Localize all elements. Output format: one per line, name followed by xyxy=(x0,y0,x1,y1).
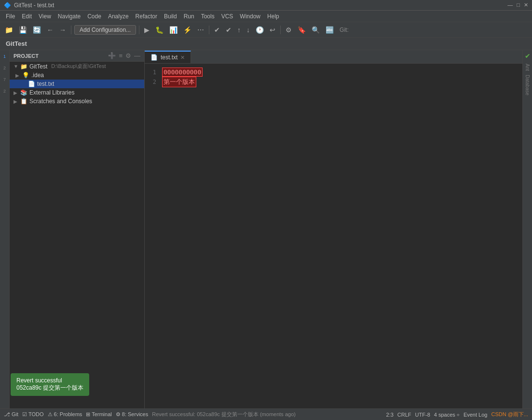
sidebar-minimize-icon[interactable]: — xyxy=(134,52,140,59)
toolbar-push-icon[interactable]: ↑ xyxy=(235,25,243,35)
toolbar-back-icon[interactable]: ← xyxy=(45,25,55,35)
menu-bar: File Edit View Navigate Code Analyze Ref… xyxy=(0,11,532,22)
menu-analyze[interactable]: Analyze xyxy=(105,12,132,21)
tree-arrow-extlibs: ▶ xyxy=(14,90,18,95)
toolbar-translate-icon[interactable]: 🔤 xyxy=(324,25,336,35)
git-label: Git: xyxy=(340,27,349,33)
status-eventlog[interactable]: Event Log xyxy=(464,412,488,418)
menu-tools[interactable]: Tools xyxy=(198,12,218,21)
tree-label-idea: .idea xyxy=(31,72,44,79)
title-bar-left: 🔷 GitTest - test.txt xyxy=(4,2,54,9)
toolbar-profile-icon[interactable]: ⚡ xyxy=(181,25,193,35)
status-git[interactable]: ⎇ Git xyxy=(4,411,18,418)
status-notif-line2: 052ca89c 提交第一个版本 xyxy=(16,384,83,392)
sidebar-header: Project ➕ ≡ ⚙ — xyxy=(10,50,144,62)
toolbar-bookmark-icon[interactable]: 🔖 xyxy=(296,25,308,35)
status-services[interactable]: ⚙ 8: Services xyxy=(116,411,148,418)
menu-run[interactable]: Run xyxy=(181,12,197,21)
menu-vcs[interactable]: VCS xyxy=(218,12,236,21)
line-content-1: 0000000000 xyxy=(162,68,203,77)
editor-line-1: 1 0000000000 xyxy=(145,68,522,77)
toolbar-forward-icon[interactable]: → xyxy=(57,25,68,35)
tab-label-testtxt: test.txt xyxy=(161,54,177,61)
app-icon: 🔷 xyxy=(4,2,11,9)
toolbar-coverage-icon[interactable]: 📊 xyxy=(167,25,179,35)
tab-close-testtxt[interactable]: ✕ xyxy=(180,54,185,61)
status-notif-line1: Revert successful xyxy=(16,377,83,384)
menu-window[interactable]: Window xyxy=(237,12,263,21)
tab-file-icon: 📄 xyxy=(150,54,158,61)
menu-build[interactable]: Build xyxy=(161,12,180,21)
activity-commit-icon[interactable]: 2 xyxy=(2,64,7,72)
tree-item-gittest[interactable]: ▼ 📁 GitTest D:\Backup\桌面\GitTest xyxy=(10,62,144,71)
status-problems[interactable]: ⚠ 6: Problems xyxy=(48,411,82,418)
toolbar-revert-icon[interactable]: ↩ xyxy=(268,25,277,35)
folder-icon-extlibs: 📚 xyxy=(20,89,27,96)
status-encoding[interactable]: UTF-8 xyxy=(415,412,430,418)
title-bar-title: GitTest - test.txt xyxy=(14,2,54,9)
tab-testtxt[interactable]: 📄 test.txt ✕ xyxy=(145,51,191,63)
editor-line-2: 2 第一个版本 xyxy=(145,77,522,87)
line-number-2: 2 xyxy=(145,79,162,85)
toolbar-debug-icon[interactable]: 🐛 xyxy=(153,25,165,35)
status-terminal[interactable]: ⊞ Terminal xyxy=(86,411,111,418)
add-configuration-button[interactable]: Add Configuration... xyxy=(74,25,136,35)
folder-icon-scratches: 📋 xyxy=(20,98,27,105)
menu-help[interactable]: Help xyxy=(264,12,282,21)
title-bar-controls[interactable]: — □ ✕ xyxy=(507,2,528,8)
toolbar-run-icon[interactable]: ▶ xyxy=(142,25,151,35)
tree-label-extlibs: External Libraries xyxy=(29,89,74,96)
tree-item-testtxt[interactable]: 📄 test.txt xyxy=(10,80,144,88)
activity-favorites-icon[interactable]: 2 xyxy=(2,87,7,95)
activity-project-icon[interactable]: 1 xyxy=(2,52,7,61)
status-csdn: CSDN @雨下... xyxy=(491,411,528,418)
menu-view[interactable]: View xyxy=(36,12,54,21)
status-position[interactable]: 2:3 xyxy=(386,412,394,418)
status-notification: Revert successful 052ca89c 提交第一个版本 xyxy=(11,373,89,396)
tree-item-extlibs[interactable]: ▶ 📚 External Libraries xyxy=(10,88,144,97)
menu-file[interactable]: File xyxy=(3,12,18,21)
minimize-button[interactable]: — xyxy=(507,2,513,8)
toolbar-commit-icon[interactable]: ✔ xyxy=(224,25,233,35)
toolbar-settings-icon[interactable]: ⚙ xyxy=(284,25,294,35)
toolbar-pull-icon[interactable]: ↓ xyxy=(245,25,252,35)
status-crlf[interactable]: CRLF xyxy=(397,412,411,418)
tree-item-idea[interactable]: ▶ 💡 .idea xyxy=(10,71,144,80)
sidebar-collapse-icon[interactable]: ≡ xyxy=(119,52,123,59)
toolbar-project-icon[interactable]: 📁 xyxy=(3,25,15,35)
tree-arrow-idea: ▶ xyxy=(15,73,20,78)
app-title-bar: GitTest xyxy=(0,38,532,50)
sidebar-title: Project xyxy=(14,53,39,59)
toolbar-search-icon[interactable]: 🔍 xyxy=(310,25,322,35)
ant-label[interactable]: Ant xyxy=(525,64,530,71)
menu-edit[interactable]: Edit xyxy=(19,12,35,21)
database-label[interactable]: Database xyxy=(525,75,530,95)
status-indent[interactable]: 4 spaces ÷ xyxy=(434,412,460,418)
maximize-button[interactable]: □ xyxy=(517,2,520,8)
menu-navigate[interactable]: Navigate xyxy=(55,12,83,21)
tree-path-gittest: D:\Backup\桌面\GitTest xyxy=(51,63,106,70)
tree-item-scratches[interactable]: ▶ 📋 Scratches and Consoles xyxy=(10,97,144,106)
sidebar-add-icon[interactable]: ➕ xyxy=(108,52,116,59)
title-bar: 🔷 GitTest - test.txt — □ ✕ xyxy=(0,0,532,11)
tree-label-testtxt: test.txt xyxy=(37,81,54,87)
toolbar-git-icon[interactable]: ✔ xyxy=(212,25,222,35)
toolbar-history-icon[interactable]: 🕐 xyxy=(254,25,266,35)
close-button[interactable]: ✕ xyxy=(524,2,528,8)
menu-code[interactable]: Code xyxy=(84,12,104,21)
tab-bar: 📄 test.txt ✕ xyxy=(145,50,522,64)
idea-icon: 💡 xyxy=(22,72,29,79)
editor-content[interactable]: 1 0000000000 2 第一个版本 xyxy=(145,64,522,408)
tree-label-gittest: GitTest xyxy=(29,63,47,70)
toolbar: 📁 💾 🔄 ← → Add Configuration... ▶ 🐛 📊 ⚡ ⋯… xyxy=(0,22,532,38)
status-todo[interactable]: ☑ TODO xyxy=(22,411,43,418)
toolbar-save-icon[interactable]: 💾 xyxy=(17,25,29,35)
toolbar-more-icon[interactable]: ⋯ xyxy=(195,25,206,35)
activity-structure-icon[interactable]: 7 xyxy=(2,75,7,84)
sidebar-settings-icon[interactable]: ⚙ xyxy=(125,52,131,59)
editor-area: 📄 test.txt ✕ 1 0000000000 2 第一个版本 xyxy=(145,50,522,408)
toolbar-sep2 xyxy=(139,26,139,34)
tree-arrow-gittest: ▼ xyxy=(14,64,18,69)
menu-refactor[interactable]: Refactor xyxy=(133,12,160,21)
toolbar-refresh-icon[interactable]: 🔄 xyxy=(31,25,43,35)
